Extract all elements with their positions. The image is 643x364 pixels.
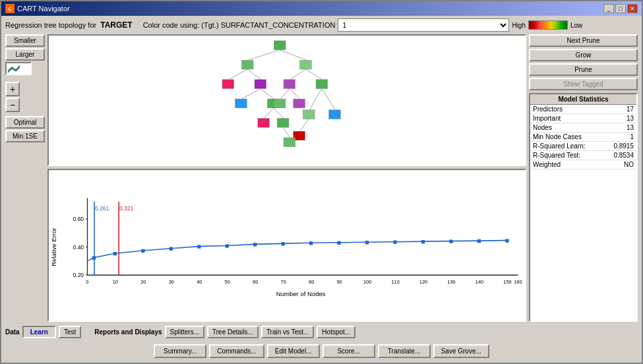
svg-line-21: [309, 88, 322, 109]
minimize-button[interactable]: _: [603, 4, 614, 13]
main-window: C CART Navigator _ □ ✕ Regression tree t…: [0, 0, 643, 364]
stats-label: R-Squared Learn:: [530, 142, 604, 151]
svg-line-31: [283, 127, 290, 138]
color-code-select[interactable]: 1: [338, 18, 509, 32]
color-bar: Color code using: (Tgt.) SURFACTANT_CONC…: [143, 18, 583, 32]
hotspot-button[interactable]: Hotspot...: [317, 326, 355, 338]
svg-text:90: 90: [336, 279, 342, 285]
zoom-in-button[interactable]: +: [5, 82, 20, 96]
high-label: High: [512, 22, 526, 29]
svg-text:40: 40: [197, 279, 202, 285]
svg-rect-19: [274, 99, 286, 108]
chart-svg: Relative Error Number of Nodes 0.20 0.40: [49, 170, 525, 320]
svg-rect-4: [300, 60, 312, 69]
left-controls: Smaller Larger + − Optimal Min 1SE: [5, 34, 45, 322]
stats-value: 17: [604, 105, 636, 114]
svg-line-10: [305, 69, 322, 80]
reports-label: Reports and Displays: [94, 328, 162, 336]
svg-line-17: [280, 88, 290, 99]
grow-button[interactable]: Grow: [529, 49, 638, 61]
stats-value: NO: [604, 160, 636, 169]
footer-bar: Summary... Commands... Edit Model... Sco…: [5, 342, 638, 360]
svg-rect-66: [141, 249, 144, 253]
svg-text:50: 50: [225, 279, 230, 285]
svg-line-1: [248, 50, 280, 61]
svg-rect-68: [197, 245, 200, 248]
svg-rect-12: [316, 80, 328, 89]
svg-rect-64: [92, 256, 96, 259]
stats-value: 13: [604, 123, 636, 133]
save-grove-button[interactable]: Save Grove...: [433, 344, 489, 358]
svg-line-22: [322, 88, 336, 109]
train-vs-test-button[interactable]: Train vs Test...: [261, 326, 314, 338]
data-section: Data Learn Test: [5, 326, 81, 338]
data-label: Data: [5, 328, 20, 336]
reports-section: Reports and Displays Splitters... Tree D…: [94, 326, 355, 338]
svg-rect-77: [449, 240, 452, 243]
stats-row: R-Squared Learn:0.8915: [530, 142, 636, 151]
svg-rect-78: [477, 239, 481, 243]
svg-rect-11: [284, 80, 295, 89]
svg-line-6: [247, 69, 261, 80]
learn-button[interactable]: Learn: [22, 326, 56, 338]
svg-rect-75: [393, 241, 396, 244]
close-button[interactable]: ✕: [627, 4, 638, 13]
svg-text:0.321: 0.321: [119, 205, 134, 212]
test-button[interactable]: Test: [59, 326, 81, 338]
svg-text:130: 130: [447, 279, 455, 285]
color-code-label: Color code using: (Tgt.) SURFACTANT_CONC…: [143, 21, 336, 29]
main-content: Regression tree topology for TARGET Colo…: [1, 16, 642, 363]
tree-details-button[interactable]: Tree Details...: [207, 326, 259, 338]
svg-rect-72: [309, 241, 313, 245]
prune-button[interactable]: Prune: [529, 63, 638, 76]
stats-row: Min Node Cases1: [530, 133, 636, 142]
svg-text:0: 0: [86, 279, 88, 285]
stats-label: Nodes: [530, 123, 604, 133]
svg-text:160: 160: [514, 279, 522, 285]
svg-rect-73: [337, 241, 340, 245]
title-bar: C CART Navigator _ □ ✕: [1, 1, 642, 16]
stats-header: Model Statistics: [530, 94, 636, 105]
tree-panel: [47, 34, 526, 166]
stats-row: Predictors17: [530, 105, 636, 114]
title-bar-controls: _ □ ✕: [603, 4, 638, 13]
svg-rect-0: [274, 41, 286, 50]
stats-value: 13: [604, 114, 636, 123]
svg-rect-67: [169, 247, 173, 251]
stats-label: Predictors: [530, 105, 604, 114]
svg-rect-15: [235, 99, 247, 108]
next-prune-button[interactable]: Next Prune: [529, 34, 638, 47]
edit-model-button[interactable]: Edit Model...: [267, 344, 320, 358]
larger-button[interactable]: Larger: [5, 48, 45, 61]
splitters-button[interactable]: Splitters...: [165, 326, 204, 338]
commands-button[interactable]: Commands...: [209, 344, 264, 358]
smaller-button[interactable]: Smaller: [5, 34, 45, 47]
svg-rect-7: [222, 80, 234, 89]
low-label: Low: [570, 22, 582, 29]
zoom-out-button[interactable]: −: [5, 98, 20, 112]
center-area: Relative Error Number of Nodes 0.20 0.40: [47, 34, 526, 322]
maximize-button[interactable]: □: [615, 4, 626, 13]
stats-label: Min Node Cases: [530, 133, 604, 142]
min1se-button[interactable]: Min 1SE: [5, 130, 45, 142]
score-button[interactable]: Score...: [322, 344, 375, 358]
svg-text:110: 110: [391, 279, 399, 285]
stats-value: 0.8534: [604, 151, 636, 160]
right-panel: Next Prune Grow Prune Show Tagged Model …: [529, 34, 638, 322]
svg-line-18: [290, 88, 300, 99]
color-gradient: [528, 20, 568, 30]
svg-line-2: [280, 50, 306, 61]
svg-text:70: 70: [281, 279, 286, 285]
bottom-bar: Data Learn Test Reports and Displays Spl…: [5, 324, 638, 340]
svg-text:150: 150: [503, 279, 511, 285]
svg-rect-74: [365, 241, 369, 244]
tree-svg: [49, 36, 525, 165]
target-name: TARGET: [100, 20, 132, 30]
optimal-button[interactable]: Optimal: [5, 116, 45, 129]
stats-label: R-Squared Test:: [530, 151, 604, 160]
summary-button[interactable]: Summary...: [154, 344, 206, 358]
svg-text:0.60: 0.60: [73, 216, 84, 222]
show-tagged-button[interactable]: Show Tagged: [529, 78, 638, 90]
svg-text:120: 120: [419, 279, 427, 285]
translate-button[interactable]: Translate...: [378, 344, 431, 358]
